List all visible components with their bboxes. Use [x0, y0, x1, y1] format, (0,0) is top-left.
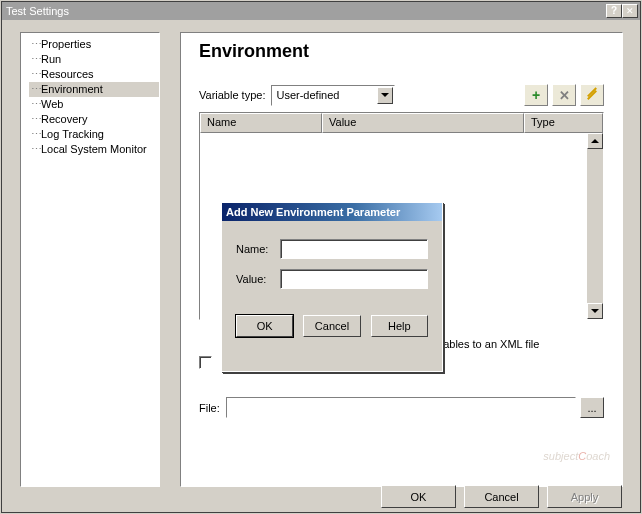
window-title: Test Settings [6, 5, 69, 17]
delete-button[interactable]: ✕ [552, 84, 576, 106]
tree-item-web[interactable]: Web [29, 97, 159, 112]
dialog-ok-button[interactable]: OK [236, 315, 293, 337]
variable-type-dropdown[interactable]: User-defined [271, 85, 395, 106]
value-input[interactable] [280, 269, 428, 289]
file-label: File: [199, 402, 220, 414]
value-label: Value: [236, 273, 280, 285]
titlebar-buttons [606, 4, 638, 18]
file-input[interactable] [226, 397, 576, 418]
variable-type-value: User-defined [276, 89, 339, 101]
footer-buttons: OK Cancel Apply [381, 485, 622, 508]
dialog-buttons: OK Cancel Help [236, 315, 428, 337]
name-input[interactable] [280, 239, 428, 259]
dialog-cancel-button[interactable]: Cancel [303, 315, 360, 337]
chevron-down-icon[interactable] [377, 87, 393, 104]
tree-item-recovery[interactable]: Recovery [29, 112, 159, 127]
name-row: Name: [236, 239, 428, 259]
nav-tree: Properties Run Resources Environment Web… [20, 32, 160, 487]
column-name[interactable]: Name [200, 113, 322, 133]
ok-button[interactable]: OK [381, 485, 456, 508]
dialog-help-button[interactable]: Help [371, 315, 428, 337]
dialog-title: Add New Environment Parameter [222, 203, 442, 221]
edit-button[interactable] [580, 84, 604, 106]
add-button[interactable]: + [524, 84, 548, 106]
cancel-button[interactable]: Cancel [464, 485, 539, 508]
value-row: Value: [236, 269, 428, 289]
browse-button[interactable]: ... [580, 397, 604, 418]
variable-type-label: Variable type: [199, 89, 265, 101]
checkbox[interactable] [199, 356, 212, 369]
page-title: Environment [199, 41, 604, 62]
tree-item-log-tracking[interactable]: Log Tracking [29, 127, 159, 142]
scroll-down-icon[interactable] [587, 303, 603, 319]
dialog-body: Name: Value: OK Cancel Help [222, 221, 442, 347]
tree-item-environment[interactable]: Environment [29, 82, 159, 97]
plus-icon: + [532, 87, 540, 103]
file-row: File: ... [199, 397, 604, 418]
tree-item-properties[interactable]: Properties [29, 37, 159, 52]
toolbar: + ✕ [524, 84, 604, 106]
grid-scrollbar[interactable] [587, 133, 603, 319]
tree-item-resources[interactable]: Resources [29, 67, 159, 82]
column-value[interactable]: Value [322, 113, 524, 133]
column-type[interactable]: Type [524, 113, 603, 133]
apply-button[interactable]: Apply [547, 485, 622, 508]
pencil-icon [587, 90, 597, 100]
close-button[interactable] [622, 4, 638, 18]
add-parameter-dialog: Add New Environment Parameter Name: Valu… [221, 202, 443, 372]
titlebar: Test Settings [2, 2, 640, 20]
variable-type-row: Variable type: User-defined + ✕ [199, 84, 604, 106]
name-label: Name: [236, 243, 280, 255]
grid-header: Name Value Type [200, 113, 603, 133]
tree-item-local-system-monitor[interactable]: Local System Monitor [29, 142, 159, 157]
x-icon: ✕ [559, 88, 570, 103]
help-button[interactable] [606, 4, 622, 18]
scroll-up-icon[interactable] [587, 133, 603, 149]
tree-item-run[interactable]: Run [29, 52, 159, 67]
